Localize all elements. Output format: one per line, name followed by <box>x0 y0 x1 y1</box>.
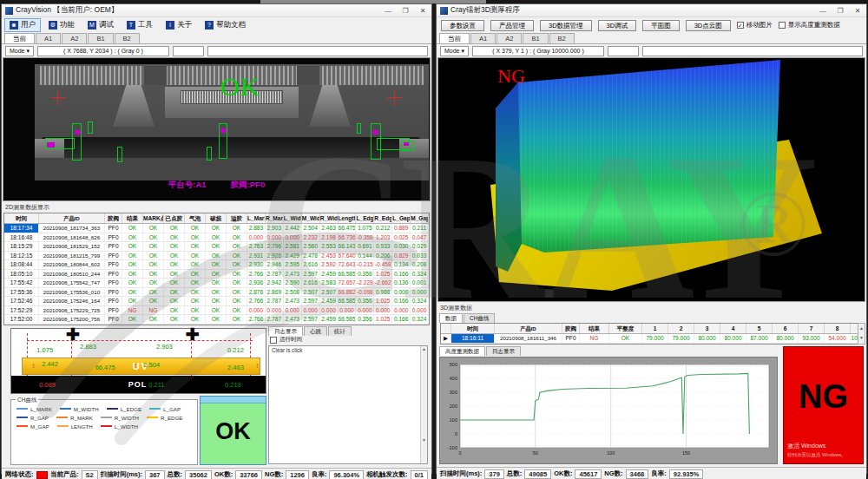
cell-valve: PF0 <box>105 306 122 315</box>
aux-box <box>173 46 204 56</box>
tab-a2[interactable]: A2 <box>496 33 522 43</box>
column-header: L_Mark <box>247 213 266 223</box>
plan-view-button[interactable]: 平面图 <box>642 20 680 31</box>
table-header-row: 时间产品ID胶阀结果平整度12345678 <box>441 324 862 334</box>
chart-tab-0[interactable]: 高度重测数据 <box>439 346 485 356</box>
tab-a1[interactable]: A1 <box>36 33 61 43</box>
cell-time: 17:55:36 <box>4 288 39 297</box>
svg-text:500: 500 <box>450 362 457 367</box>
cell-value: -0.098 <box>356 288 374 297</box>
table-row[interactable]: 18:15:2920210908_181529_152PF0OKOKOKOKOK… <box>4 242 429 252</box>
status-value: 3468 <box>626 469 649 479</box>
table-row[interactable]: 17:52:0020210908_175200_756PF0OKOKOKOKOK… <box>4 315 429 325</box>
cell-value: -0.358 <box>356 233 374 242</box>
runtime-checkbox[interactable] <box>270 337 277 344</box>
right-titlebar[interactable]: Cray镭射3D测厚程序 — ❐ ✕ <box>437 4 866 17</box>
table-row[interactable]: 18:08:4420210908_180844_602PF0OKOKOKOKOK… <box>4 260 429 270</box>
menu-tools[interactable]: T工具 <box>122 18 158 32</box>
result-panel-ok: OK <box>200 396 266 465</box>
measurement-table-2d[interactable]: 时间产品ID胶阀结果MARK点已点胶气泡破损溢胶L_MarkR_MarkL_Wi… <box>3 213 430 325</box>
table-row[interactable]: 18:17:3420210908_181734_363PF0OKOKOKOKOK… <box>4 224 429 233</box>
menu-debug[interactable]: M调试 <box>82 18 119 32</box>
move-image-checkbox-row[interactable]: ✓移动图片 <box>737 21 773 30</box>
table-row[interactable]: 17:52:2920210908_175229_725PF0NGNGOKOKOK… <box>4 306 429 316</box>
result-panel-ng: NG 激活 Windows 转到设置以激活 Windows。 <box>783 346 864 464</box>
pointcloud3d-button[interactable]: 3D点云图 <box>686 20 731 31</box>
menu-bar: ☻用户⚙功能M调试T工具i关于?帮助文档 <box>2 17 431 33</box>
log-scrollbar[interactable]: ▲▼ <box>420 346 427 463</box>
cell-flag: OK <box>206 297 227 305</box>
minimize-button[interactable]: — <box>818 7 828 15</box>
tab-current[interactable]: 当前 <box>4 33 35 43</box>
column-header: 2 <box>668 324 694 333</box>
maximize-button[interactable]: ❐ <box>835 7 845 15</box>
svg-text:300: 300 <box>450 390 457 395</box>
legend-item: L_WIDTH <box>101 423 138 430</box>
table-row[interactable]: 18:12:1520210908_181215_799PF0OKOKOKOKOK… <box>4 252 429 261</box>
cell-value: 2.429 <box>284 252 302 260</box>
menu-about[interactable]: i关于 <box>161 18 197 32</box>
tab-b1[interactable]: B1 <box>88 33 113 43</box>
table-row[interactable]: 17:55:4220210908_175542_747PF0OKOKOKOKOK… <box>4 279 429 288</box>
cell-flag: OK <box>227 242 247 251</box>
log-tab-0[interactable]: 日志显示 <box>268 326 303 336</box>
legend-swatch <box>101 425 112 427</box>
maximize-button[interactable]: ❐ <box>400 7 411 15</box>
table-scrollbar[interactable]: ▲▼ <box>858 323 865 344</box>
height-map-3d-view[interactable]: NG <box>437 57 865 302</box>
log-list[interactable]: ▲▼ Clear is click <box>268 345 428 464</box>
show-height-recheck-checkbox[interactable] <box>779 22 786 29</box>
table-row[interactable]: 17:52:4620210908_175246_164PF0OKOKOKOKOK… <box>4 297 429 306</box>
debug3d-button[interactable]: 3D调试 <box>598 20 637 31</box>
param-settings-button[interactable]: 参数设置 <box>441 20 484 31</box>
tab-current[interactable]: 当前 <box>439 33 470 43</box>
mode-dropdown[interactable]: Mode ▾ <box>5 46 34 56</box>
menu-help[interactable]: ?帮助文档 <box>200 18 251 32</box>
data3d-manage-button[interactable]: 3D数据管理 <box>540 20 592 31</box>
close-button[interactable]: ✕ <box>418 7 428 15</box>
table-row[interactable]: 18:05:1020210908_180510_244PF0OKOKOKOKOK… <box>4 270 429 279</box>
tab-b2[interactable]: B2 <box>549 33 575 43</box>
mode-dropdown[interactable]: Mode ▾ <box>440 46 469 56</box>
log-tab-2[interactable]: 统计 <box>328 326 352 336</box>
cell-value: 2.597 <box>302 270 320 279</box>
cell-value: 2.616 <box>302 260 320 269</box>
cell-flag: NG <box>143 306 164 315</box>
cell-value: 2.787 <box>266 270 284 279</box>
close-button[interactable]: ✕ <box>852 7 863 15</box>
chart-tab-1[interactable]: 日志显示 <box>486 346 521 356</box>
runtime-checkbox-row[interactable]: 运行时间 <box>268 336 428 344</box>
log-tab-1[interactable]: 心跳 <box>304 326 327 336</box>
cell-product-id: 20210908_180844_602 <box>39 260 105 269</box>
cell-product-id: 20210908_181529_152 <box>39 242 105 251</box>
height-chart-box: -1000100200300400500050100150 <box>439 357 778 464</box>
table-row[interactable]: 17:55:3620210908_175536_010PF0OKOKOKOKOK… <box>4 288 429 298</box>
cell-value: 2.766 <box>247 297 266 305</box>
move-image-checkbox[interactable]: ✓ <box>737 22 744 29</box>
row-marker: ▶ <box>441 334 451 343</box>
cell-value: 0.000 <box>302 306 320 315</box>
data-tab-0[interactable]: 数据 <box>439 313 463 323</box>
show-height-recheck-checkbox-row[interactable]: 显示高度重测数据 <box>779 21 840 30</box>
table-row[interactable]: 18:16:4820210908_181648_626PF0OKOKOKOKOK… <box>4 233 429 243</box>
cell-product-id: 20210908_181215_799 <box>39 252 105 260</box>
left-titlebar[interactable]: CrayVision 【当前用户: OEM】 — ❐ ✕ <box>2 4 431 17</box>
measurement-table-3d[interactable]: 时间产品ID胶阀结果平整度12345678▶18:16:1120210908_1… <box>440 323 863 344</box>
tab-b1[interactable]: B1 <box>523 33 548 43</box>
tab-a2[interactable]: A2 <box>62 33 87 43</box>
cell-value: 2.553 <box>320 242 339 251</box>
menu-function[interactable]: ⚙功能 <box>43 18 80 32</box>
data-tab-1[interactable]: CH曲线 <box>464 313 495 323</box>
table-row[interactable]: ▶18:16:1120210908_181611_346PF0NGOK79.00… <box>441 334 862 344</box>
tab-a1[interactable]: A1 <box>470 33 496 43</box>
menu-user[interactable]: ☻用户 <box>4 18 41 32</box>
cell-value: 79.000 <box>642 334 668 343</box>
cell-flag: OK <box>143 233 164 242</box>
column-header: 气泡 <box>185 213 206 223</box>
column-header: 结果 <box>122 213 143 223</box>
tab-b2[interactable]: B2 <box>115 33 140 43</box>
cell-value: 2.926 <box>266 252 284 260</box>
inspection-image-view[interactable]: OK 平台号:A1胶阀:PF0 <box>3 57 431 201</box>
minimize-button[interactable]: — <box>383 7 393 15</box>
product-manage-button[interactable]: 产品管理 <box>490 20 534 31</box>
